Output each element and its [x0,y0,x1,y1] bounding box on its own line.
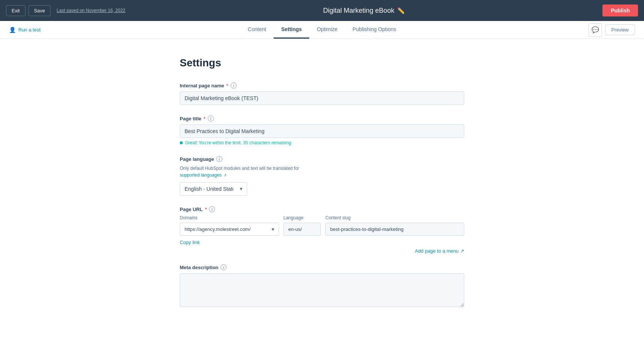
page-url-group: Page URL * i Domains https://agency.mole… [180,206,464,254]
domain-select[interactable]: https://agency.molestreet.com/ [180,223,279,236]
page-url-info-icon[interactable]: i [209,206,215,212]
tab-content[interactable]: Content [240,21,274,39]
add-menu-external-icon: ↗ [460,248,464,254]
top-bar-center: Digital Marketing eBook ✏️ [323,7,405,15]
edit-title-icon[interactable]: ✏️ [397,7,405,14]
top-bar: Exit Save Last saved on November 16, 202… [0,0,644,21]
page-language-label: Page language i [180,156,464,162]
page-title-input[interactable] [180,124,464,138]
publish-button[interactable]: Publish [602,4,638,16]
comment-button[interactable]: 💬 [589,23,602,37]
supported-languages-link[interactable]: supported languages ↗ [180,172,227,178]
page-title-required-star: * [204,116,206,121]
internal-page-name-group: Internal page name * i [180,82,464,105]
required-star: * [226,83,228,88]
tab-settings[interactable]: Settings [274,21,309,39]
page-url-required-star: * [205,207,207,212]
language-select-wrapper: English - United States Spanish French G… [180,182,247,196]
page-title-info-icon[interactable]: i [208,115,214,121]
page-title-group: Page title * i Great! You're within the … [180,115,464,145]
comment-icon: 💬 [592,26,599,33]
slug-input[interactable] [325,223,464,236]
nav-tabs: Content Settings Optimize Publishing Opt… [240,21,404,39]
copy-link-button[interactable]: Copy link [180,240,200,245]
domains-sublabel: Domains [180,215,279,220]
language-col: Language [283,215,321,236]
green-dot-icon [180,141,183,144]
page-language-group: Page language i Only default HubSpot mod… [180,156,464,196]
external-link-icon: ↗ [224,173,227,177]
save-button[interactable]: Save [28,5,51,16]
nav-bar: 👤 Run a test Content Settings Optimize P… [0,21,644,39]
slug-sublabel: Content slug [325,215,464,220]
internal-page-name-input[interactable] [180,91,464,105]
tab-publishing-options[interactable]: Publishing Options [345,21,404,39]
language-select[interactable]: English - United States Spanish French G… [180,182,247,196]
top-bar-left: Exit Save Last saved on November 16, 202… [6,5,125,16]
internal-name-info-icon[interactable]: i [231,82,237,88]
meta-description-textarea[interactable] [180,273,464,307]
url-row: Domains https://agency.molestreet.com/ ▼… [180,215,464,236]
meta-description-info-icon[interactable]: i [221,264,227,270]
page-name-title: Digital Marketing eBook [323,7,394,15]
run-test-button[interactable]: 👤 Run a test [9,27,40,33]
run-test-label: Run a test [18,27,40,33]
user-icon: 👤 [9,27,16,33]
language-note: Only default HubSpot modules and text wi… [180,165,464,178]
top-bar-right: Publish [602,4,638,16]
meta-description-group: Meta description i [180,264,464,308]
settings-title: Settings [180,57,464,69]
slug-col: Content slug [325,215,464,236]
main-content: Settings Internal page name * i Page tit… [0,39,644,349]
last-saved-text: Last saved on November 16, 2022 [57,8,125,13]
page-language-info-icon[interactable]: i [216,156,222,162]
domain-select-wrapper: https://agency.molestreet.com/ ▼ [180,223,279,236]
internal-page-name-label: Internal page name * i [180,82,464,88]
tab-optimize[interactable]: Optimize [309,21,345,39]
meta-description-label: Meta description i [180,264,464,270]
add-page-to-menu-link[interactable]: Add page to a menu ↗ [415,248,464,254]
page-title-label: Page title * i [180,115,464,121]
settings-panel: Settings Internal page name * i Page tit… [180,57,464,319]
language-sublabel: Language [283,215,321,220]
language-input[interactable] [283,223,321,236]
domain-col: Domains https://agency.molestreet.com/ ▼ [180,215,279,236]
char-count-message: Great! You're within the limit. 35 chara… [180,140,464,145]
nav-bar-right: 💬 Preview [589,23,635,37]
page-url-label: Page URL * i [180,206,464,212]
preview-button[interactable]: Preview [605,24,635,35]
exit-button[interactable]: Exit [6,5,25,16]
